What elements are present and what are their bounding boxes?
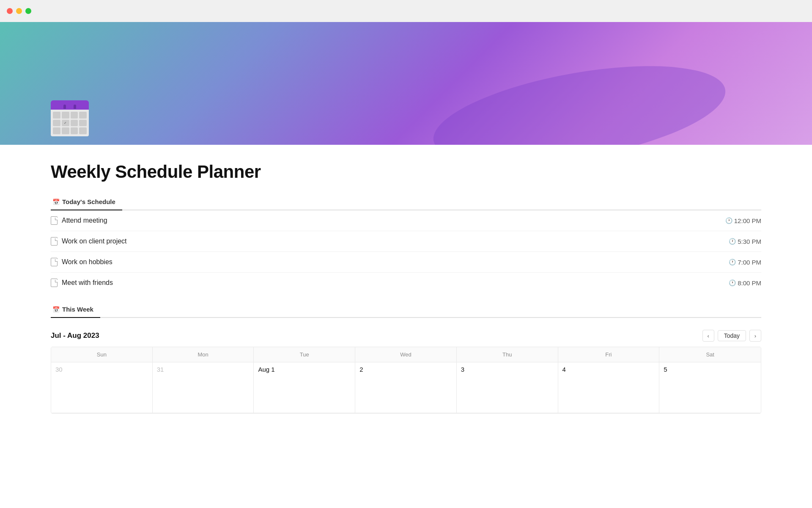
item-time-0: 🕐 12:00 PM (725, 217, 761, 224)
tabs-week-container: 📅 This Week (51, 301, 761, 318)
cal-day-2[interactable]: Aug 1 (254, 362, 355, 413)
item-name-1: Work on client project (62, 237, 127, 245)
clock-icon-1: 🕐 (729, 238, 736, 245)
day-number-5: 4 (562, 366, 655, 373)
calendar-next-button[interactable]: › (749, 330, 761, 342)
day-number-6: 5 (664, 366, 757, 373)
clock-icon-3: 🕐 (729, 279, 736, 286)
item-name-2: Work on hobbies (62, 258, 112, 266)
page-title: Weekly Schedule Planner (51, 162, 761, 182)
schedule-list: Attend meeting 🕐 12:00 PM Work on client… (51, 210, 761, 293)
tab-week-icon: 📅 (52, 306, 60, 313)
tab-today-icon: 📅 (52, 199, 60, 205)
clock-icon-0: 🕐 (725, 217, 732, 224)
cal-day-4[interactable]: 3 (457, 362, 558, 413)
day-header-fri: Fri (558, 347, 660, 362)
item-left-2: Work on hobbies (51, 258, 112, 266)
cal-day-3[interactable]: 2 (355, 362, 457, 413)
minimize-button[interactable] (16, 8, 22, 14)
day-header-wed: Wed (355, 347, 457, 362)
maximize-button[interactable] (25, 8, 31, 14)
day-header-sun: Sun (51, 347, 153, 362)
item-time-value-2: 7:00 PM (738, 259, 761, 266)
main-content: Weekly Schedule Planner 📅 Today's Schedu… (0, 145, 812, 431)
tab-today-label: Today's Schedule (62, 198, 115, 205)
day-number-0: 30 (55, 366, 148, 373)
calendar-prev-button[interactable]: ‹ (702, 330, 714, 342)
day-number-2: Aug 1 (258, 366, 351, 373)
item-time-value-0: 12:00 PM (734, 217, 761, 224)
tab-week-label: This Week (62, 306, 93, 313)
item-time-value-3: 8:00 PM (738, 279, 761, 287)
cal-day-6[interactable]: 5 (659, 362, 761, 413)
cal-day-5[interactable]: 4 (558, 362, 660, 413)
doc-icon-0 (51, 216, 58, 225)
item-left-1: Work on client project (51, 237, 127, 246)
tab-today[interactable]: 📅 Today's Schedule (51, 194, 122, 210)
item-left-0: Attend meeting (51, 216, 107, 225)
day-number-4: 3 (461, 366, 554, 373)
cal-day-1[interactable]: 31 (153, 362, 254, 413)
hero-banner: ✓ (0, 22, 812, 145)
calendar-today-button[interactable]: Today (718, 330, 746, 341)
calendar-hero-icon: ✓ (51, 100, 89, 136)
day-header-sat: Sat (659, 347, 761, 362)
day-header-tue: Tue (254, 347, 355, 362)
calendar-section: Jul - Aug 2023 ‹ Today › Sun Mon Tue Wed… (51, 322, 761, 414)
day-header-thu: Thu (457, 347, 558, 362)
clock-icon-2: 🕐 (729, 259, 736, 265)
doc-icon-3 (51, 279, 58, 287)
schedule-item-3[interactable]: Meet with friends 🕐 8:00 PM (51, 273, 761, 293)
doc-icon-2 (51, 258, 58, 266)
calendar-header: Jul - Aug 2023 ‹ Today › (51, 322, 761, 347)
item-left-3: Meet with friends (51, 279, 113, 287)
schedule-item-0[interactable]: Attend meeting 🕐 12:00 PM (51, 210, 761, 231)
calendar-days-header: Sun Mon Tue Wed Thu Fri Sat (51, 347, 761, 362)
close-button[interactable] (7, 8, 13, 14)
calendar-grid: Sun Mon Tue Wed Thu Fri Sat 30 31 Aug 1 (51, 347, 761, 414)
calendar-month-range: Jul - Aug 2023 (51, 331, 99, 340)
item-name-0: Attend meeting (62, 217, 107, 224)
item-time-3: 🕐 8:00 PM (729, 279, 761, 287)
schedule-item-1[interactable]: Work on client project 🕐 5:30 PM (51, 231, 761, 252)
calendar-nav: ‹ Today › (702, 330, 761, 342)
item-time-1: 🕐 5:30 PM (729, 238, 761, 245)
item-name-3: Meet with friends (62, 279, 113, 287)
doc-icon-1 (51, 237, 58, 246)
item-time-value-1: 5:30 PM (738, 238, 761, 245)
tabs-container: 📅 Today's Schedule (51, 194, 761, 210)
titlebar (0, 0, 812, 22)
day-header-mon: Mon (153, 347, 254, 362)
day-number-3: 2 (359, 366, 452, 373)
schedule-item-2[interactable]: Work on hobbies 🕐 7:00 PM (51, 252, 761, 273)
calendar-week-row: 30 31 Aug 1 2 3 4 5 (51, 362, 761, 413)
tab-week[interactable]: 📅 This Week (51, 301, 100, 318)
item-time-2: 🕐 7:00 PM (729, 259, 761, 266)
cal-day-0[interactable]: 30 (51, 362, 153, 413)
day-number-1: 31 (157, 366, 250, 373)
